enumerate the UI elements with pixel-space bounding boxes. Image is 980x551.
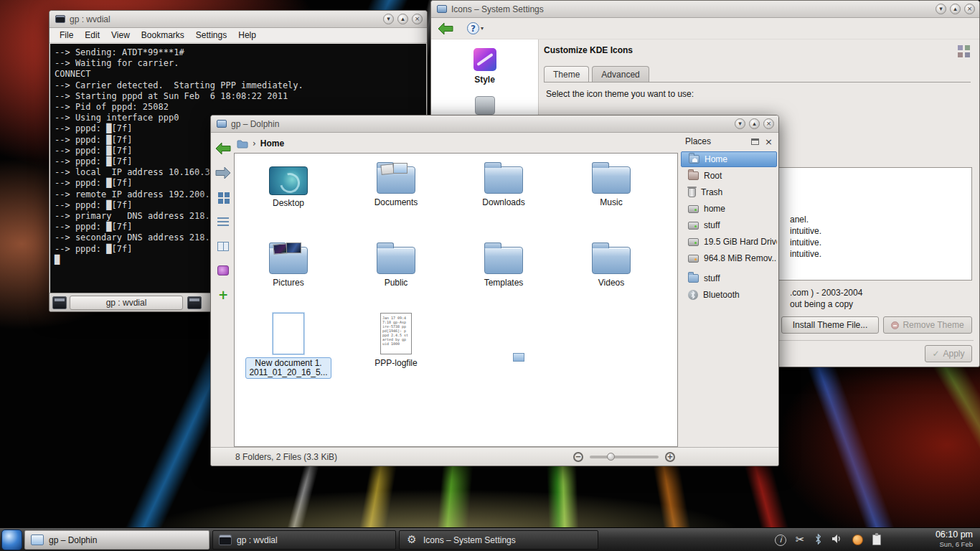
maximize-icon[interactable]: ▴ bbox=[397, 14, 408, 24]
dolphin-titlebar[interactable]: gp – Dolphin ▾ ▴ × bbox=[211, 116, 778, 133]
dolphin-window-icon bbox=[217, 120, 227, 128]
menu-help[interactable]: Help bbox=[232, 29, 262, 42]
task-label: gp : wvdial bbox=[237, 535, 278, 545]
terminal-titlebar[interactable]: gp : wvdial ▾ ▴ × bbox=[50, 11, 427, 28]
terminal-tab-label: gp : wvdial bbox=[106, 298, 147, 308]
menu-bookmarks[interactable]: Bookmarks bbox=[136, 29, 190, 42]
klipper-scissors-icon[interactable]: ✂ bbox=[796, 534, 805, 545]
remove-theme-button[interactable]: Remove Theme bbox=[883, 316, 972, 334]
tab-advanced[interactable]: Advanced bbox=[592, 66, 649, 82]
minimize-icon[interactable]: ▾ bbox=[735, 118, 745, 129]
zoom-out-icon[interactable]: − bbox=[573, 452, 583, 462]
folder-pictures[interactable]: Pictures bbox=[242, 240, 335, 288]
split-terminal-icon[interactable] bbox=[187, 296, 202, 309]
close-icon[interactable]: × bbox=[763, 118, 774, 129]
back-button[interactable] bbox=[214, 140, 232, 157]
place-removable-drive[interactable]: 964.8 MiB Remov... bbox=[681, 250, 777, 266]
folder-label: Documents bbox=[349, 198, 443, 207]
folder-desktop[interactable]: Desktop bbox=[242, 159, 335, 208]
place-label: Home bbox=[705, 154, 727, 164]
menu-file[interactable]: File bbox=[54, 29, 79, 42]
apply-button[interactable]: ✓ Apply bbox=[925, 345, 972, 362]
ppp-logfile-file-icon: Jan 17 09:4 7:18 gp-Asp ire-5738 pp pd[1… bbox=[380, 313, 412, 354]
page-title: Customize KDE Icons bbox=[544, 45, 633, 55]
close-panel-icon[interactable]: × bbox=[765, 137, 773, 146]
folder-music[interactable]: Music bbox=[565, 159, 658, 207]
volume-icon[interactable] bbox=[831, 534, 843, 546]
forward-button[interactable] bbox=[214, 164, 232, 182]
style-category-icon bbox=[473, 48, 496, 71]
details-view-button[interactable] bbox=[214, 213, 232, 230]
place-bluetooth[interactable]: Bluetooth bbox=[681, 287, 777, 303]
folder-documents[interactable]: Documents bbox=[349, 159, 443, 207]
float-panel-icon[interactable] bbox=[751, 138, 759, 145]
notifications-icon[interactable]: i bbox=[775, 534, 786, 546]
preview-button[interactable] bbox=[214, 262, 232, 279]
minimize-icon[interactable]: ▾ bbox=[936, 4, 946, 14]
close-icon[interactable]: × bbox=[964, 4, 975, 14]
new-tab-icon[interactable] bbox=[52, 296, 67, 309]
theme-description-fragment: .com ) - 2003-2004 bbox=[790, 288, 862, 298]
place-label: stuff bbox=[704, 273, 720, 283]
settings-titlebar[interactable]: Icons – System Settings ▾ ▴ × bbox=[431, 1, 979, 18]
removable-drive-icon bbox=[688, 255, 699, 263]
place-label: stuff bbox=[704, 220, 720, 230]
install-theme-button[interactable]: Install Theme File... bbox=[781, 316, 879, 334]
breadcrumb-root-folder-icon[interactable] bbox=[237, 139, 248, 149]
terminal-tab[interactable]: gp : wvdial bbox=[70, 296, 183, 310]
tab-theme[interactable]: Theme bbox=[544, 66, 589, 82]
task-wvdial[interactable]: gp : wvdial bbox=[212, 530, 396, 550]
terminal-task-icon bbox=[219, 534, 232, 545]
maximize-icon[interactable]: ▴ bbox=[950, 4, 961, 14]
back-button[interactable] bbox=[435, 20, 456, 37]
place-label: Root bbox=[704, 171, 722, 181]
file-view[interactable]: Desktop Documents Downloads Music Pictur… bbox=[234, 153, 678, 447]
zoom-in-icon[interactable]: + bbox=[665, 452, 675, 462]
task-label: Icons – System Settings bbox=[423, 535, 516, 545]
network-updates-icon[interactable] bbox=[852, 534, 863, 545]
folder-label: Public bbox=[349, 278, 443, 288]
folder-public[interactable]: Public bbox=[349, 240, 443, 288]
documents-folder-icon bbox=[377, 166, 415, 194]
category-style[interactable]: Style bbox=[431, 39, 538, 85]
file-ppp-logfile[interactable]: Jan 17 09:4 7:18 gp-Asp ire-5738 pp pd[1… bbox=[349, 313, 443, 368]
columns-view-button[interactable] bbox=[214, 237, 232, 255]
menu-view[interactable]: View bbox=[105, 29, 136, 42]
kickoff-launcher-icon[interactable] bbox=[1, 529, 22, 550]
folder-templates[interactable]: Templates bbox=[457, 240, 550, 288]
terminal-window-title: gp : wvdial bbox=[70, 14, 110, 24]
icon-view-button[interactable] bbox=[214, 189, 232, 206]
menu-edit[interactable]: Edit bbox=[79, 29, 105, 42]
downloads-folder-icon bbox=[484, 166, 523, 194]
task-system-settings[interactable]: ⚙ Icons – System Settings bbox=[399, 530, 598, 550]
place-root[interactable]: Root bbox=[681, 168, 777, 184]
place-home[interactable]: Home bbox=[681, 151, 777, 167]
place-stuff-folder[interactable]: stuff bbox=[681, 270, 777, 286]
folder-downloads[interactable]: Downloads bbox=[457, 159, 550, 207]
place-home-partition[interactable]: home bbox=[681, 201, 777, 217]
clipboard-icon[interactable] bbox=[872, 534, 881, 545]
place-label: Trash bbox=[701, 187, 722, 197]
clock[interactable]: 06:10 pm Sun, 6 Feb bbox=[936, 529, 973, 550]
zoom-slider[interactable] bbox=[590, 456, 659, 458]
partially-hidden-category-icon[interactable] bbox=[475, 96, 495, 115]
place-stuff-partition[interactable]: stuff bbox=[681, 217, 777, 233]
help-button[interactable]: ? ▾ bbox=[467, 22, 484, 34]
minimize-icon[interactable]: ▾ bbox=[383, 14, 394, 24]
zoom-slider-handle[interactable] bbox=[607, 453, 615, 461]
maximize-icon[interactable]: ▴ bbox=[749, 118, 760, 129]
place-hard-drive[interactable]: 19.5 GiB Hard Drive bbox=[681, 234, 777, 250]
file-new-document[interactable]: New document 1. 2011_01_20_16_5... bbox=[242, 313, 335, 379]
drive-icon bbox=[688, 205, 699, 213]
overview-grid-icon[interactable] bbox=[958, 45, 971, 58]
place-trash[interactable]: Trash bbox=[681, 184, 777, 200]
close-icon[interactable]: × bbox=[412, 14, 423, 24]
menu-settings[interactable]: Settings bbox=[190, 29, 232, 42]
task-dolphin[interactable]: gp – Dolphin bbox=[24, 530, 209, 550]
file-label: PPP-logfile bbox=[349, 359, 443, 368]
system-tray: i ✂ bbox=[775, 528, 881, 551]
split-view-button[interactable]: + bbox=[214, 286, 232, 303]
folder-videos[interactable]: Videos bbox=[565, 240, 658, 288]
bluetooth-tray-icon[interactable] bbox=[814, 534, 822, 547]
breadcrumb-home[interactable]: Home bbox=[260, 138, 284, 149]
